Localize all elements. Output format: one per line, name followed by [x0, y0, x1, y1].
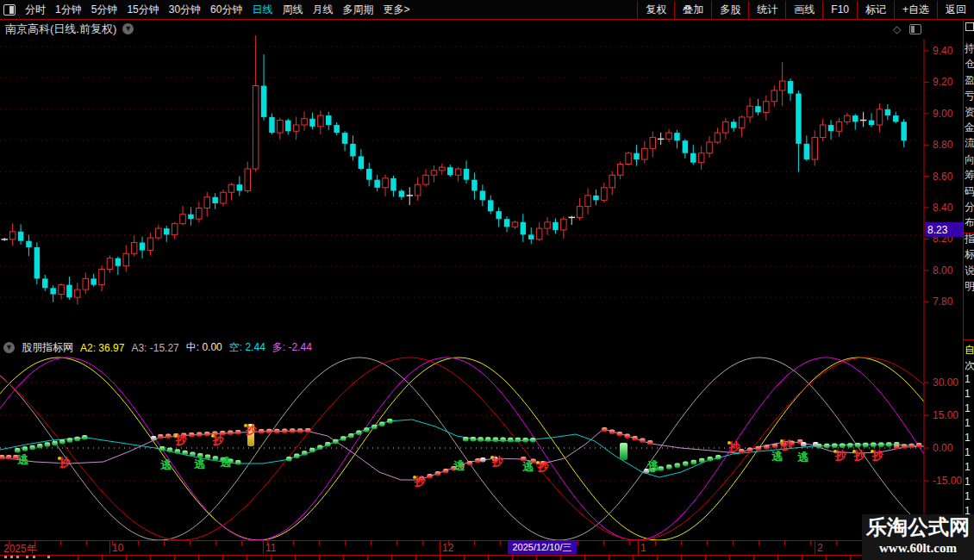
- red-signal-block: [764, 445, 770, 450]
- chevron-down-icon[interactable]: ▼: [122, 23, 134, 34]
- green-signal-block: [235, 460, 241, 465]
- right-sidebar-tabs[interactable]: 持仓盈亏资金流向筹码分布指标说明自次1111111111: [963, 0, 974, 560]
- green-signal-block: [213, 456, 219, 461]
- menu-period-5分钟[interactable]: 5分钟: [91, 3, 118, 17]
- indicator-collapse-icon[interactable]: ▼: [3, 342, 15, 353]
- candle-up: [221, 192, 226, 203]
- sidebar-tab-fragment[interactable]: 仓: [965, 57, 974, 72]
- menu-period-周线[interactable]: 周线: [282, 3, 303, 17]
- menu-period-多周期[interactable]: 多周期: [342, 3, 373, 17]
- sidebar-tab-fragment[interactable]: 自: [965, 343, 974, 358]
- sidebar-tab-fragment[interactable]: 1: [965, 476, 974, 488]
- clipped-ui-fragment: [26, 556, 28, 558]
- axis-minor-tick: [836, 541, 837, 545]
- menu-tool-+自选[interactable]: +自选: [894, 1, 937, 19]
- candle-down: [359, 156, 365, 169]
- sidebar-tab-fragment[interactable]: 说: [965, 264, 974, 278]
- menu-period-15分钟[interactable]: 15分钟: [127, 3, 159, 17]
- menu-period-日线[interactable]: 日线: [252, 3, 272, 17]
- price-axis-label: 9.00: [933, 108, 953, 120]
- menu-period-30分钟[interactable]: 30分钟: [169, 3, 201, 17]
- sidebar-tab-fragment[interactable]: 1: [965, 417, 974, 429]
- sidebar-tab-fragment[interactable]: 向: [965, 152, 974, 167]
- sidebar-tab-fragment[interactable]: 1: [965, 432, 974, 444]
- candle-up: [512, 222, 518, 227]
- candle-down: [901, 121, 907, 140]
- sidebar-tab-fragment[interactable]: 1: [965, 461, 974, 473]
- red-signal-block: [305, 428, 311, 433]
- indicator-header: ▼ 股朋指标网 A2: 36.97A3: -15.27中: 0.00空: 2.4…: [0, 341, 312, 354]
- sidebar-tab-fragment[interactable]: 码: [965, 184, 974, 199]
- green-signal-block: [715, 455, 721, 460]
- sidebar-tab-fragment[interactable]: 盈: [965, 73, 974, 88]
- candle-up: [747, 106, 753, 117]
- sidebar-tab-fragment[interactable]: 布: [965, 215, 974, 230]
- sidebar-tab-fragment[interactable]: 标: [965, 247, 974, 262]
- menu-tool-画线[interactable]: 画线: [785, 1, 822, 19]
- sidebar-tab-fragment[interactable]: 亏: [965, 89, 974, 103]
- candle-up: [9, 232, 16, 240]
- candle-down: [91, 278, 97, 284]
- candle-down: [374, 180, 380, 188]
- candle-up: [536, 228, 542, 240]
- axis-major-tick: [638, 541, 639, 554]
- menu-tool-统计[interactable]: 统计: [748, 1, 785, 19]
- red-signal-block: [772, 444, 778, 449]
- buy-dip-marker: 抄: [212, 433, 225, 446]
- red-signal-block: [443, 469, 449, 474]
- sidebar-tab-fragment[interactable]: 流: [965, 136, 974, 151]
- green-signal-block: [824, 444, 830, 449]
- candle-up: [99, 269, 105, 284]
- menu-period-60分钟[interactable]: 60分钟: [210, 3, 242, 17]
- menu-tool-复权[interactable]: 复权: [637, 1, 674, 19]
- green-signal-block: [878, 442, 884, 447]
- red-signal-block: [625, 434, 631, 439]
- menu-period-1分钟[interactable]: 1分钟: [55, 3, 82, 17]
- candle-up: [415, 184, 421, 196]
- menu-period-分时[interactable]: 分时: [25, 3, 46, 17]
- candle-down: [188, 215, 194, 219]
- axis-major-tick: [263, 541, 264, 554]
- menu-period-月线[interactable]: 月线: [312, 3, 333, 17]
- menu-tool-返回[interactable]: 返回: [937, 1, 974, 19]
- sidebar-tab-fragment[interactable]: 金: [965, 121, 974, 135]
- candle-up: [293, 125, 299, 131]
- red-signal-block: [908, 444, 915, 449]
- sidebar-tab-fragment[interactable]: 持: [965, 41, 974, 56]
- clipped-tick-fragment: [247, 556, 247, 560]
- menu-tool-多股[interactable]: 多股: [711, 1, 748, 19]
- sidebar-tab-fragment[interactable]: 明: [965, 279, 974, 294]
- sidebar-tab-fragment[interactable]: 筹: [965, 168, 974, 183]
- sidebar-tab-fragment[interactable]: 1: [965, 388, 974, 400]
- menu-tool-叠加[interactable]: 叠加: [674, 1, 711, 19]
- time-axis[interactable]: 2025年101112122025/12/10/三: [0, 540, 974, 556]
- candle-down: [869, 121, 875, 125]
- red-signal-block: [467, 461, 473, 466]
- sidebar-tab-fragment[interactable]: 指: [965, 232, 974, 246]
- green-signal-block: [205, 455, 211, 460]
- sidebar-tab-fragment[interactable]: 1: [965, 490, 974, 502]
- candle-up: [812, 138, 818, 159]
- sidebar-tab-fragment[interactable]: 1: [965, 402, 974, 414]
- menu-period-更多>[interactable]: 更多>: [383, 3, 409, 17]
- green-signal-block: [871, 443, 877, 448]
- menu-tool-标记[interactable]: 标记: [857, 1, 894, 19]
- sidebar-tab-fragment[interactable]: 1: [965, 373, 974, 385]
- window-split-icon[interactable]: [3, 4, 16, 16]
- candle-down: [399, 190, 405, 196]
- axis-minor-tick: [138, 541, 139, 545]
- sidebar-tab-fragment[interactable]: 次: [965, 358, 974, 373]
- green-signal-block: [471, 437, 477, 441]
- buy-dip-marker: 抄: [871, 449, 884, 462]
- sidebar-tab-fragment[interactable]: 1: [965, 446, 974, 458]
- menu-tool-F10[interactable]: F10: [822, 1, 857, 19]
- escape-top-marker: 逃: [797, 451, 809, 464]
- sidebar-tab-fragment[interactable]: 分: [965, 200, 974, 215]
- green-signal-block: [340, 436, 347, 441]
- chart-canvas[interactable]: 抄抄抄抄抄抄抄抄抄抄抄抄逃逃逃逃逃逃逃逃逃9.409.209.008.808.6…: [0, 0, 974, 560]
- clipped-tick-fragment: [415, 556, 416, 560]
- candle-down: [237, 184, 243, 190]
- sidebar-tab-fragment[interactable]: 资: [965, 105, 974, 120]
- red-signal-block: [916, 443, 922, 448]
- red-signal-block: [435, 471, 441, 476]
